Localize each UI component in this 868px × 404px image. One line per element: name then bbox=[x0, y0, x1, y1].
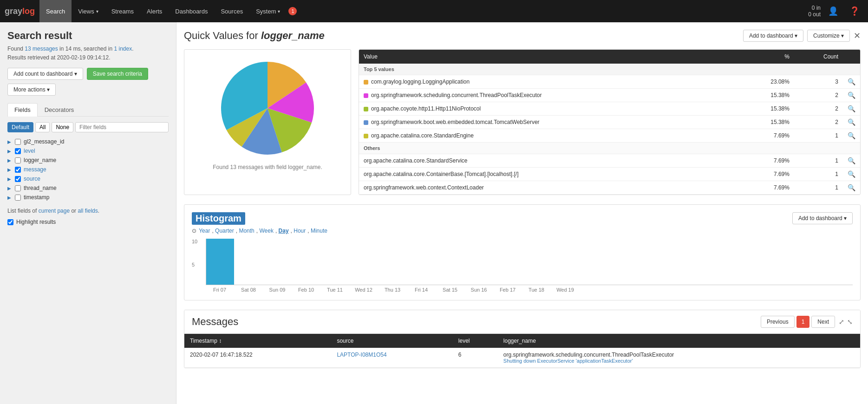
period-week[interactable]: Week bbox=[259, 228, 273, 234]
period-icon: ⊙ bbox=[192, 228, 196, 234]
nav-streams[interactable]: Streams bbox=[105, 0, 140, 22]
msg-logger-1: org.springframework.scheduling.concurren… bbox=[498, 348, 860, 368]
table-row: org.apache.catalina.core.StandardService… bbox=[359, 154, 860, 168]
histogram-chart-wrapper: 10 5 bbox=[192, 239, 853, 293]
filter-all-button[interactable]: All bbox=[35, 122, 50, 132]
qv-actions: Add to dashboard Customize ✕ bbox=[743, 30, 861, 42]
search-icon-o2[interactable]: 🔍 bbox=[848, 170, 855, 178]
next-button[interactable]: Next bbox=[811, 316, 835, 328]
content: Quick Values for logger_name Add to dash… bbox=[176, 22, 868, 404]
tab-fields[interactable]: Fields bbox=[7, 103, 38, 117]
period-hour[interactable]: Hour bbox=[294, 228, 306, 234]
nav-alerts[interactable]: Alerts bbox=[140, 0, 169, 22]
checkbox-timestamp[interactable] bbox=[15, 195, 21, 201]
period-minute[interactable]: Minute bbox=[311, 228, 327, 234]
message-row-1: 2020-02-07 16:47:18.522 LAPTOP-I08M1O54 … bbox=[184, 348, 860, 368]
add-count-dashboard-button[interactable]: Add count to dashboard bbox=[7, 68, 83, 80]
field-item-timestamp: ▶ timestamp bbox=[7, 193, 169, 202]
search-icon-2[interactable]: 🔍 bbox=[848, 91, 855, 99]
search-icon-4[interactable]: 🔍 bbox=[848, 118, 855, 126]
nav-dashboards[interactable]: Dashboards bbox=[169, 0, 214, 22]
nav-search[interactable]: Search bbox=[39, 0, 72, 22]
brand-gray: gray bbox=[5, 7, 22, 16]
current-page-link[interactable]: current page bbox=[39, 208, 70, 214]
nav-sources[interactable]: Sources bbox=[214, 0, 249, 22]
expand-icon-level[interactable]: ▶ bbox=[7, 149, 12, 154]
more-actions-button[interactable]: More actions bbox=[7, 84, 56, 96]
tab-decorators[interactable]: Decorators bbox=[38, 103, 81, 116]
field-label-thread: thread_name bbox=[24, 185, 57, 191]
search-icon-o3[interactable]: 🔍 bbox=[848, 184, 855, 191]
checkbox-source[interactable] bbox=[15, 176, 21, 182]
period-quarter[interactable]: Quarter bbox=[215, 228, 234, 234]
y-label-10: 10 bbox=[192, 239, 197, 244]
save-search-criteria-button[interactable]: Save search criteria bbox=[87, 68, 148, 80]
y-label-5: 5 bbox=[192, 262, 197, 267]
value-2: org.springframework.scheduling.concurren… bbox=[359, 89, 737, 102]
stat-in: 0 in bbox=[808, 5, 821, 11]
x-label-feb17: Feb 17 bbox=[494, 287, 522, 293]
search-3[interactable]: 🔍 bbox=[843, 102, 860, 116]
previous-button[interactable]: Previous bbox=[761, 316, 795, 328]
expand-icon-thread[interactable]: ▶ bbox=[7, 186, 12, 191]
field-filter-input[interactable] bbox=[75, 122, 169, 132]
field-item-gl2_message_id: ▶ gl2_message_id bbox=[7, 137, 169, 146]
col-pct: % bbox=[737, 50, 794, 64]
qv-close-button[interactable]: ✕ bbox=[854, 31, 861, 41]
nav-views[interactable]: Views ▾ bbox=[72, 0, 104, 22]
expand-icon-gl2[interactable]: ▶ bbox=[7, 139, 12, 144]
field-label-source: source bbox=[24, 176, 40, 182]
search-o3[interactable]: 🔍 bbox=[843, 181, 860, 195]
checkbox-thread_name[interactable] bbox=[15, 185, 21, 191]
msg-source-1[interactable]: LAPTOP-I08M1O54 bbox=[331, 348, 452, 368]
search-2[interactable]: 🔍 bbox=[843, 89, 860, 102]
expand-icon-out[interactable]: ⤢ bbox=[839, 318, 844, 326]
help-icon[interactable]: ❓ bbox=[846, 4, 863, 18]
checkbox-message[interactable] bbox=[15, 167, 21, 173]
pct-3: 15.38% bbox=[737, 102, 794, 116]
field-item-source: ▶ source bbox=[7, 174, 169, 183]
pct-4: 15.38% bbox=[737, 116, 794, 129]
period-month[interactable]: Month bbox=[239, 228, 254, 234]
search-5[interactable]: 🔍 bbox=[843, 129, 860, 143]
meta-message-count[interactable]: 13 messages bbox=[25, 46, 58, 52]
period-day[interactable]: Day bbox=[279, 228, 289, 234]
filter-default-button[interactable]: Default bbox=[7, 122, 33, 132]
views-caret: ▾ bbox=[96, 9, 98, 14]
pct-2: 15.38% bbox=[737, 89, 794, 102]
histogram-add-dashboard-button[interactable]: Add to dashboard bbox=[792, 212, 853, 224]
expand-icon-message[interactable]: ▶ bbox=[7, 167, 12, 172]
pct-o1: 7.69% bbox=[737, 154, 794, 168]
field-label-logger: logger_name bbox=[24, 157, 56, 163]
expand-icon-logger[interactable]: ▶ bbox=[7, 158, 12, 163]
search-icon-5[interactable]: 🔍 bbox=[848, 132, 855, 139]
search-o1[interactable]: 🔍 bbox=[843, 154, 860, 168]
count-5: 1 bbox=[794, 129, 843, 143]
value-4: org.springframework.boot.web.embedded.to… bbox=[359, 116, 737, 129]
expand-icon-source[interactable]: ▶ bbox=[7, 176, 12, 182]
expand-icon-timestamp[interactable]: ▶ bbox=[7, 195, 12, 200]
all-fields-link[interactable]: all fields bbox=[78, 208, 98, 214]
messages-controls: Previous 1 Next ⤢ ⤡ bbox=[761, 316, 853, 328]
search-4[interactable]: 🔍 bbox=[843, 116, 860, 129]
checkbox-gl2_message_id[interactable] bbox=[15, 139, 21, 145]
search-icon-o1[interactable]: 🔍 bbox=[848, 157, 855, 164]
filter-none-button[interactable]: None bbox=[52, 122, 73, 132]
nav-system[interactable]: System ▾ bbox=[249, 0, 287, 22]
qv-add-dashboard-button[interactable]: Add to dashboard bbox=[743, 30, 803, 42]
search-icon-1[interactable]: 🔍 bbox=[848, 78, 855, 85]
search-o2[interactable]: 🔍 bbox=[843, 168, 860, 181]
qv-customize-button[interactable]: Customize bbox=[807, 30, 850, 42]
period-year[interactable]: Year bbox=[199, 228, 210, 234]
highlight-checkbox[interactable] bbox=[7, 219, 13, 225]
search-icon-3[interactable]: 🔍 bbox=[848, 105, 855, 112]
user-icon[interactable]: 👤 bbox=[824, 4, 842, 18]
checkbox-level[interactable] bbox=[15, 148, 21, 154]
search-1[interactable]: 🔍 bbox=[843, 75, 860, 89]
checkbox-logger_name[interactable] bbox=[15, 157, 21, 163]
brand-log: log bbox=[22, 7, 35, 16]
expand-icon-in[interactable]: ⤡ bbox=[847, 318, 853, 326]
meta-index-link[interactable]: 1 index bbox=[114, 46, 132, 52]
qv-header: Quick Values for logger_name Add to dash… bbox=[184, 30, 861, 42]
msg-level-1: 6 bbox=[453, 348, 498, 368]
